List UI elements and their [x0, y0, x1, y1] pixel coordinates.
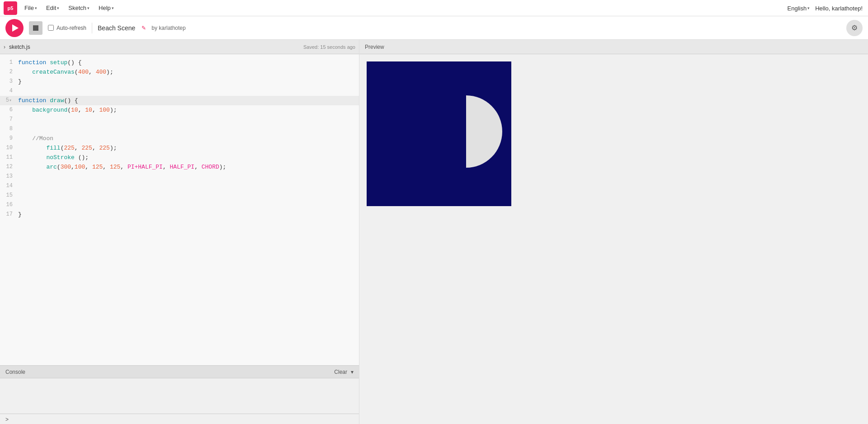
p5-logo[interactable]: p5 — [4, 1, 17, 15]
console-panel: Console Clear ▾ > — [0, 365, 359, 424]
language-dropdown-arrow: ▾ — [807, 6, 810, 10]
user-greeting[interactable]: Hello, karlathotep! — [815, 5, 863, 11]
settings-button[interactable]: ⚙ — [846, 20, 863, 36]
editor-header: › sketch.js Saved: 15 seconds ago — [0, 40, 359, 54]
code-line: 11 noStroke (); — [0, 153, 359, 162]
console-prompt-icon: > — [5, 416, 9, 423]
console-chevron-button[interactable]: ▾ — [351, 369, 354, 375]
code-editor[interactable]: 1 function setup() { 2 createCanvas(400,… — [0, 54, 359, 365]
fold-arrow[interactable]: ▾ — [9, 98, 12, 103]
line-number: 2 — [0, 67, 18, 77]
code-line: 16 — [0, 200, 359, 210]
line-number: 3 — [0, 77, 18, 86]
line-content[interactable]: arc(300,100, 125, 125, PI+HALF_PI, HALF_… — [18, 162, 359, 172]
line-number: 8 — [0, 124, 18, 134]
file-tab[interactable]: sketch.js — [9, 44, 30, 50]
line-number: 13 — [0, 172, 18, 181]
line-content[interactable]: fill(225, 225, 225); — [18, 143, 359, 153]
line-number: 9 — [0, 134, 18, 143]
file-dropdown-arrow: ▾ — [35, 6, 37, 10]
console-title: Console — [5, 369, 25, 375]
play-button[interactable] — [5, 19, 24, 37]
line-number: 7 — [0, 115, 18, 124]
console-body — [0, 378, 359, 414]
toolbar: Auto-refresh Beach Scene ✎ by karlathote… — [0, 16, 868, 40]
line-number: 4 — [0, 86, 18, 96]
line-number: 14 — [0, 181, 18, 191]
code-line: 1 function setup() { — [0, 58, 359, 67]
code-line: 10 fill(225, 225, 225); — [0, 143, 359, 153]
console-footer: > — [0, 414, 359, 424]
line-number: 17 — [0, 210, 18, 219]
line-number: 15 — [0, 191, 18, 200]
line-content[interactable]: } — [18, 77, 359, 86]
moon-shape — [466, 95, 502, 168]
code-line: 13 — [0, 172, 359, 181]
code-line: 8 — [0, 124, 359, 134]
nav-sketch[interactable]: Sketch ▾ — [65, 3, 93, 13]
line-number: 6 — [0, 105, 18, 115]
top-navbar: p5 File ▾ Edit ▾ Sketch ▾ Help ▾ English… — [0, 0, 868, 16]
code-line: 7 — [0, 115, 359, 124]
line-number: 16 — [0, 200, 18, 210]
line-number: 11 — [0, 153, 18, 162]
nav-edit[interactable]: Edit ▾ — [42, 3, 63, 13]
preview-header: Preview — [359, 40, 868, 54]
stop-button[interactable] — [29, 21, 42, 35]
auto-refresh-label[interactable]: Auto-refresh — [48, 25, 86, 31]
line-number: 12 — [0, 162, 18, 172]
canvas-preview — [367, 61, 511, 206]
nav-help[interactable]: Help ▾ — [95, 3, 118, 13]
preview-label: Preview — [365, 44, 384, 50]
code-line: 12 arc(300,100, 125, 125, PI+HALF_PI, HA… — [0, 162, 359, 172]
line-content[interactable]: background(10, 10, 100); — [18, 105, 359, 115]
line-number: 10 — [0, 143, 18, 153]
code-line: 17 } — [0, 210, 359, 219]
saved-status: Saved: 15 seconds ago — [303, 44, 355, 50]
clear-button[interactable]: Clear — [332, 368, 349, 376]
code-line: 3 } — [0, 77, 359, 86]
line-content[interactable]: function setup() { — [18, 58, 359, 67]
pencil-icon[interactable]: ✎ — [142, 25, 146, 31]
line-number: 5▾ — [0, 96, 18, 105]
sketch-title: Beach Scene — [98, 24, 135, 32]
code-line: 5▾ function draw() { — [0, 96, 359, 105]
expand-sidebar-arrow[interactable]: › — [4, 44, 5, 50]
line-number: 1 — [0, 58, 18, 67]
code-line: 14 — [0, 181, 359, 191]
line-content[interactable]: noStroke (); — [18, 153, 359, 162]
console-header: Console Clear ▾ — [0, 366, 359, 378]
help-dropdown-arrow: ▾ — [112, 6, 114, 10]
language-selector[interactable]: English ▾ — [788, 5, 810, 11]
by-author: by karlathotep — [151, 25, 185, 31]
code-line: 2 createCanvas(400, 400); — [0, 67, 359, 77]
console-input[interactable] — [11, 416, 354, 423]
toolbar-divider — [92, 23, 92, 33]
editor-panel: › sketch.js Saved: 15 seconds ago 1 func… — [0, 40, 359, 424]
nav-right-section: English ▾ Hello, karlathotep! — [788, 5, 863, 11]
code-line: 4 — [0, 86, 359, 96]
sketch-dropdown-arrow: ▾ — [87, 6, 90, 10]
line-content[interactable]: //Moon — [18, 134, 359, 143]
moon-circle — [466, 95, 502, 168]
nav-file[interactable]: File ▾ — [21, 3, 41, 13]
edit-dropdown-arrow: ▾ — [57, 6, 59, 10]
console-actions: Clear ▾ — [332, 368, 354, 376]
line-content[interactable]: } — [18, 210, 359, 219]
line-content[interactable]: createCanvas(400, 400); — [18, 67, 359, 77]
code-line: 6 background(10, 10, 100); — [0, 105, 359, 115]
main-content: › sketch.js Saved: 15 seconds ago 1 func… — [0, 40, 868, 424]
line-content[interactable]: function draw() { — [18, 96, 359, 105]
preview-body — [359, 54, 868, 213]
code-line: 15 — [0, 191, 359, 200]
auto-refresh-checkbox[interactable] — [48, 25, 54, 31]
code-line: 9 //Moon — [0, 134, 359, 143]
preview-panel: Preview — [359, 40, 868, 424]
